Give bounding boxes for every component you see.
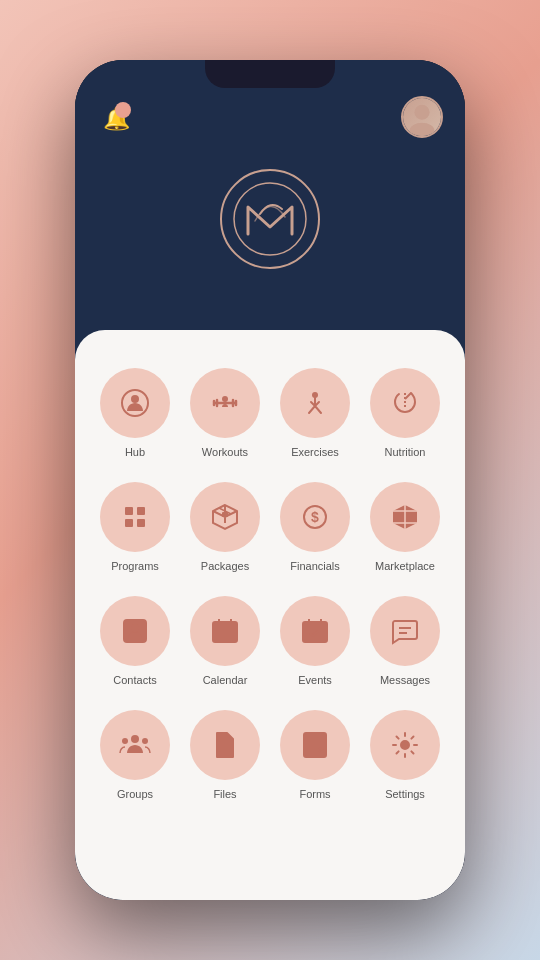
logo-container [220, 169, 320, 282]
events-icon-circle [280, 596, 350, 666]
grid-item-nutrition[interactable]: Nutrition [360, 360, 450, 466]
grid-item-financials[interactable]: $Financials [270, 474, 360, 580]
programs-label: Programs [111, 560, 159, 572]
grid-item-contacts[interactable]: Contacts [90, 588, 180, 694]
logo-circle [220, 169, 320, 269]
grid-item-forms[interactable]: Forms [270, 702, 360, 808]
grid-item-programs[interactable]: Programs [90, 474, 180, 580]
svg-rect-9 [125, 507, 133, 515]
svg-point-31 [122, 738, 128, 744]
files-icon-circle [190, 710, 260, 780]
screen: 🔔 [75, 60, 465, 900]
grid-item-events[interactable]: Events [270, 588, 360, 694]
svg-rect-23 [228, 632, 232, 636]
logo-svg [230, 179, 310, 259]
calendar-label: Calendar [203, 674, 248, 686]
notification-badge [115, 102, 131, 118]
messages-label: Messages [380, 674, 430, 686]
header: 🔔 [75, 60, 465, 350]
groups-label: Groups [117, 788, 153, 800]
calendar-icon-circle [190, 596, 260, 666]
groups-icon-circle [100, 710, 170, 780]
grid-item-packages[interactable]: Packages [180, 474, 270, 580]
notch [205, 60, 335, 88]
svg-point-40 [401, 741, 409, 749]
svg-point-17 [131, 624, 139, 632]
contacts-icon-circle [100, 596, 170, 666]
svg-rect-10 [137, 507, 145, 515]
forms-icon-circle [280, 710, 350, 780]
svg-text:$: $ [311, 509, 319, 525]
svg-point-1 [410, 123, 435, 137]
packages-icon-circle [190, 482, 260, 552]
svg-point-2 [234, 183, 306, 255]
packages-label: Packages [201, 560, 249, 572]
content-area: HubWorkoutsExercisesNutritionProgramsPac… [75, 330, 465, 900]
marketplace-label: Marketplace [375, 560, 435, 572]
programs-icon-circle [100, 482, 170, 552]
svg-rect-12 [137, 519, 145, 527]
grid-item-exercises[interactable]: Exercises [270, 360, 360, 466]
grid-item-calendar[interactable]: Calendar [180, 588, 270, 694]
grid-item-settings[interactable]: Settings [360, 702, 450, 808]
grid-item-hub[interactable]: Hub [90, 360, 180, 466]
grid-item-workouts[interactable]: Workouts [180, 360, 270, 466]
grid-item-messages[interactable]: Messages [360, 588, 450, 694]
svg-point-32 [142, 738, 148, 744]
svg-point-39 [319, 748, 323, 752]
svg-rect-13 [222, 512, 228, 517]
svg-rect-22 [218, 632, 222, 636]
workouts-label: Workouts [202, 446, 248, 458]
svg-point-5 [222, 396, 228, 402]
events-label: Events [298, 674, 332, 686]
nutrition-label: Nutrition [385, 446, 426, 458]
svg-rect-24 [303, 622, 327, 642]
grid-item-marketplace[interactable]: Marketplace [360, 474, 450, 580]
notification-button[interactable]: 🔔 [97, 100, 135, 138]
svg-point-30 [131, 735, 139, 743]
files-label: Files [213, 788, 236, 800]
avatar [403, 98, 441, 136]
nutrition-icon-circle [370, 368, 440, 438]
marketplace-icon-circle [370, 482, 440, 552]
exercises-label: Exercises [291, 446, 339, 458]
svg-rect-11 [125, 519, 133, 527]
svg-rect-18 [213, 622, 237, 642]
messages-icon-circle [370, 596, 440, 666]
phone-frame: 🔔 [75, 60, 465, 900]
hub-label: Hub [125, 446, 145, 458]
settings-icon-circle [370, 710, 440, 780]
forms-label: Forms [299, 788, 330, 800]
grid-item-files[interactable]: Files [180, 702, 270, 808]
settings-label: Settings [385, 788, 425, 800]
contacts-label: Contacts [113, 674, 156, 686]
icon-grid: HubWorkoutsExercisesNutritionProgramsPac… [90, 360, 450, 808]
exercises-icon-circle [280, 368, 350, 438]
svg-point-0 [414, 105, 429, 120]
avatar-button[interactable] [401, 96, 443, 138]
grid-item-groups[interactable]: Groups [90, 702, 180, 808]
hub-icon-circle [100, 368, 170, 438]
financials-icon-circle: $ [280, 482, 350, 552]
financials-label: Financials [290, 560, 340, 572]
svg-point-3 [131, 395, 139, 403]
workouts-icon-circle [190, 368, 260, 438]
